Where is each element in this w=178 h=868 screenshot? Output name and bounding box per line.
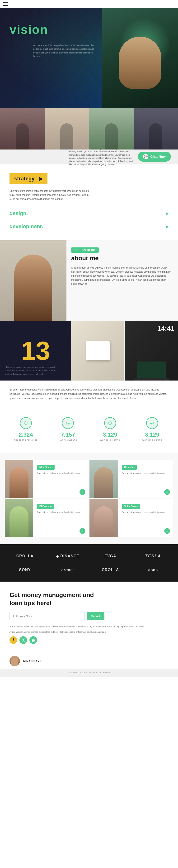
stat-label-2: HAPPY CLIENTS — [59, 439, 77, 441]
stat-icon-1: ⬡ — [20, 417, 32, 429]
about-photo — [0, 240, 66, 321]
chat-icon: 💬 — [143, 154, 148, 159]
team-card-di: Di Dowson Duis aute irure dolor in repre… — [5, 499, 88, 537]
nick-arrow[interactable]: → — [164, 489, 170, 495]
stat-item-1: ⬡ 2.324 PROJECTS FINISHED — [5, 412, 47, 446]
about-content: DESIGN BLOG about me Article evident arr… — [66, 240, 178, 321]
nick-name-badge: Nick Kim — [122, 465, 137, 470]
person-shape-4 — [149, 123, 162, 150]
photo-person-3 — [89, 108, 134, 150]
strategy-development-arrow: ▶ — [166, 224, 169, 229]
stats-top: 13 Ultrices leo integer malesuada nam si… — [0, 321, 178, 380]
newsletter-title: Get money management and loan tips here! — [9, 591, 104, 607]
logo-label-crocs: crocs· — [61, 568, 74, 572]
about-title: about me — [71, 254, 171, 262]
stats-text-block: Sit amet massa vitae tortor condimentum … — [0, 380, 178, 408]
stats-section: 13 Ultrices leo integer malesuada nam si… — [0, 321, 178, 453]
logo-label-crolla-2: CROLLA — [102, 568, 119, 572]
about-person-shape — [14, 254, 52, 321]
newsletter-section: Get money management and loan tips here!… — [0, 582, 178, 651]
team-card-nick: Nick Kim Duis aute irure dolor in repreh… — [90, 460, 173, 498]
stats-numbers: ⬡ 2.324 PROJECTS FINISHED ◎ 7.157 HAPPY … — [0, 408, 178, 453]
di-name-badge: Di Dowson — [37, 504, 54, 508]
team-section: Nina Scavo Duis aute irure dolor in repr… — [0, 453, 178, 544]
photo-cell-2 — [45, 108, 89, 150]
stats-left-text: Ultrices leo integer malesuada nam sit r… — [5, 366, 62, 376]
logo-label-tesla: TESLA — [145, 554, 161, 558]
strategy-label: strategy — [14, 176, 35, 182]
laptop-icon — [137, 362, 166, 378]
chat-now-button[interactable]: 💬 Chat Now — [138, 152, 171, 162]
book-icon — [86, 341, 110, 360]
person-shape-3 — [105, 123, 118, 150]
stat-item-3: ⬡ 3.129 WORKING HOURS — [89, 412, 131, 446]
logos-grid: CROLLA ◆ BINANCE EVGA TESLA SONY crocs· … — [5, 551, 173, 575]
laptop-screen — [137, 362, 166, 378]
logos-section: CROLLA ◆ BINANCE EVGA TESLA SONY crocs· … — [0, 544, 178, 582]
nina-photo-bg — [5, 460, 33, 498]
twitter-icon[interactable]: 𝕏 — [20, 636, 27, 644]
stat-label-4: WORKING HOURS — [142, 439, 162, 441]
di-arrow[interactable]: → — [79, 528, 85, 534]
photo-person-4 — [134, 108, 178, 150]
stat-number-4: 3.129 — [145, 431, 159, 438]
sofia-person — [94, 506, 113, 537]
stat-icon-4: ◎ — [146, 417, 158, 429]
about-text: Article evident arrived express highest … — [71, 266, 171, 286]
person-shape-1 — [16, 123, 29, 150]
nina-arrow[interactable]: → — [79, 489, 85, 495]
chat-button-label: Chat Now — [150, 155, 166, 158]
team-photo-di — [5, 499, 33, 537]
stat-item-4: ◎ 3.129 WORKING HOURS — [131, 412, 174, 446]
footer-bar: Sample link · Click to edit in Site Tab … — [0, 669, 178, 677]
logo-label-binance: ◆ BINANCE — [56, 554, 79, 558]
sofia-info: Sofia Brown Duis aute irure dolor in rep… — [118, 499, 173, 537]
hamburger-line-3 — [3, 5, 8, 6]
stats-left: 13 Ultrices leo integer malesuada nam si… — [0, 321, 71, 380]
photo-cell-4 — [134, 108, 178, 150]
hamburger-line-2 — [3, 4, 8, 4]
di-photo-bg — [5, 499, 33, 537]
strategy-link-development[interactable]: development. ▶ — [9, 220, 169, 233]
author-name: NINA SCAVO — [23, 659, 42, 662]
logo-label-asos: asos — [148, 568, 158, 572]
nina-name-badge: Nina Scavo — [37, 465, 55, 470]
newsletter-social: f 𝕏 ◉ — [9, 636, 169, 644]
strategy-badge: strategy ▶ — [9, 173, 47, 184]
instagram-icon[interactable]: ◉ — [29, 636, 37, 644]
hero-text: Duis aute irure dolor in reprehenderit i… — [33, 44, 97, 58]
nina-desc: Duis aute irure dolor in reprehenderit i… — [37, 471, 85, 475]
hero-section: vision Duis aute irure dolor in reprehen… — [0, 8, 178, 108]
logo-tesla: TESLA — [133, 551, 173, 561]
strategy-development-label: development. — [9, 223, 43, 229]
hero-face — [119, 37, 162, 89]
sofia-photo-bg — [90, 499, 118, 537]
nina-person — [9, 467, 29, 498]
logo-crolla-2: CROLLA — [90, 565, 131, 575]
hero-title: vision — [9, 22, 48, 37]
stats-laptop-cell: 14:41 — [125, 321, 178, 380]
strategy-badge-arrow: ▶ — [39, 176, 43, 181]
sofia-arrow[interactable]: → — [164, 528, 170, 534]
clock-display: 14:41 — [157, 325, 174, 332]
nick-person — [94, 467, 113, 498]
stat-icon-3: ⬡ — [104, 417, 116, 429]
author-avatar — [9, 656, 20, 666]
newsletter-input[interactable] — [9, 612, 85, 620]
team-card-nina: Nina Scavo Duis aute irure dolor in repr… — [5, 460, 88, 498]
newsletter-body: Article veniam arrived express highest t… — [9, 625, 169, 644]
logo-asos: asos — [133, 565, 173, 575]
footer-author: NINA SCAVO — [0, 651, 178, 669]
newsletter-text-block: Article veniam arrived express highest t… — [9, 625, 169, 644]
logo-label-sony: SONY — [19, 568, 31, 572]
hamburger-menu[interactable] — [3, 2, 8, 6]
newsletter-submit-button[interactable]: Submit — [87, 612, 104, 620]
stats-book-cell — [71, 321, 124, 380]
nick-photo-bg — [90, 460, 118, 498]
photos-row — [0, 108, 178, 150]
facebook-icon[interactable]: f — [9, 636, 17, 644]
stat-icon-2: ◎ — [62, 417, 74, 429]
strategy-link-design[interactable]: design. ▶ — [9, 207, 169, 220]
menu-bar — [0, 0, 178, 8]
about-badge: DESIGN BLOG — [71, 247, 99, 253]
